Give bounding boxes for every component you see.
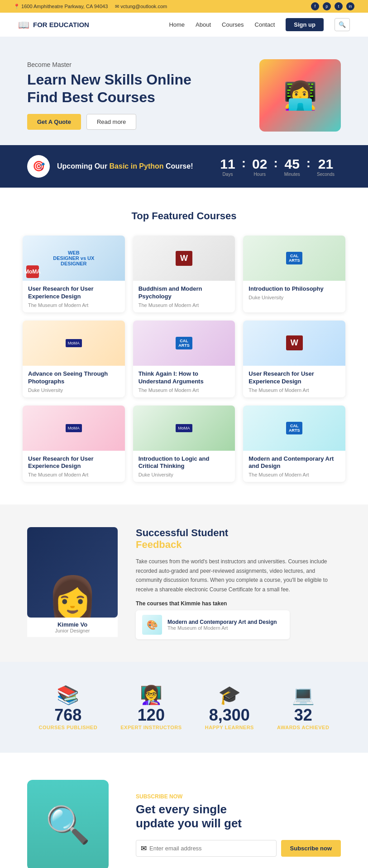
subscribe-image: 🔍 <box>27 780 118 868</box>
stats-section: 📚 768 COURSES PUBLISHED 👩‍🏫 120 EXPERT I… <box>0 662 368 753</box>
stat-learners: 🎓 8,300 HAPPY LEARNERS <box>205 684 254 730</box>
subscribe-button[interactable]: Subscribe now <box>281 840 341 857</box>
hero-image: 👩‍💻 <box>250 59 341 132</box>
facebook-icon[interactable]: f <box>311 2 319 10</box>
hero-buttons: Get A Quote Read more <box>27 114 250 130</box>
subscribe-content: Subscribe now Get every single update yo… <box>136 793 341 856</box>
header: 📖 FOR EDUCATION Home About Courses Conta… <box>0 13 368 37</box>
feedback-heading: Successful Student Feedback <box>136 527 341 551</box>
course-card[interactable]: CALARTS Modern and Contemporary Art and … <box>243 406 345 482</box>
read-more-button[interactable]: Read more <box>86 114 136 130</box>
location-icon: 📍 <box>14 4 20 9</box>
course-thumb-wrapper: CALARTS <box>243 406 345 451</box>
search-button[interactable]: 🔍 <box>335 18 350 31</box>
course-thumbnail: W <box>133 236 235 281</box>
subscribe-form: ✉ Subscribe now <box>136 840 341 857</box>
timer-days: 11 Days <box>214 156 241 177</box>
hero-title: Learn New Skills Online Find Best Course… <box>27 71 250 106</box>
course-card[interactable]: CALARTS Think Again I: How to Understand… <box>133 321 235 397</box>
timer-sep-2: : <box>273 156 277 177</box>
feedback-body: Take courses from the world's best instr… <box>136 557 341 594</box>
twitter-icon[interactable]: t <box>335 2 343 10</box>
timer-minutes: 45 Minutes <box>278 156 306 177</box>
feedback-person-image: 👩 <box>27 527 118 618</box>
stat-awards-label: AWARDS ACHIEVED <box>277 725 329 730</box>
course-info: User Research for User Experience Design… <box>23 451 125 482</box>
course-info: Think Again I: How to Understand Argumen… <box>133 366 235 397</box>
course-info: Introduction to Logic and Critical Think… <box>133 451 235 482</box>
subscribe-illustration: 🔍 <box>27 780 109 868</box>
course-card[interactable]: MoMA Advance on Seeing Through Photograp… <box>23 321 125 397</box>
instagram-icon[interactable]: in <box>346 2 354 10</box>
stat-instructors-icon: 👩‍🏫 <box>120 684 182 706</box>
get-quote-button[interactable]: Get A Quote <box>27 114 81 130</box>
email-form-icon: ✉ <box>141 844 147 853</box>
course-thumb-wrapper: WEBDESIGNER vs UXDESIGNER MoMA <box>23 236 125 281</box>
logo-icon: 📖 <box>18 19 29 30</box>
nav-home[interactable]: Home <box>169 21 185 28</box>
course-thumb-wrapper: CALARTS <box>133 321 235 366</box>
top-bar-social: f p t in <box>311 2 354 10</box>
course-thumb-wrapper: W <box>243 321 345 366</box>
stat-courses-icon: 📚 <box>39 684 98 706</box>
hero-illustration: 👩‍💻 <box>259 59 341 132</box>
course-thumbnail: CALARTS <box>133 321 235 366</box>
course-thumbnail: MoMA <box>23 406 125 451</box>
address-info: 📍 1600 Amphitheatre Parkway, CA 94043 <box>14 4 108 9</box>
email-info: ✉ vctung@outlook.com <box>115 4 167 9</box>
course-thumbnail: W <box>243 321 345 366</box>
stat-courses: 📚 768 COURSES PUBLISHED <box>39 684 98 730</box>
nav-courses[interactable]: Courses <box>222 21 244 28</box>
course-info: Advance on Seeing Through Photographs Du… <box>23 366 125 397</box>
course-card[interactable]: W User Research for User Experience Desi… <box>243 321 345 397</box>
nav-about[interactable]: About <box>196 21 211 28</box>
featured-title: Top Featured Courses <box>23 210 345 222</box>
stat-learners-label: HAPPY LEARNERS <box>205 725 254 730</box>
countdown-left: 🎯 Upcoming Our Basic in Python Course! <box>27 155 193 178</box>
feedback-content: Successful Student Feedback Take courses… <box>136 527 341 639</box>
subscribe-now-label: Subscribe now <box>136 793 341 800</box>
course-card[interactable]: W Buddhism and Modern Psychology The Mus… <box>133 236 235 312</box>
feedback-course-thumb: 🎨 <box>142 615 162 635</box>
course-thumbnail: CALARTS <box>243 236 345 281</box>
course-card[interactable]: MoMA Introduction to Logic and Critical … <box>133 406 235 482</box>
timer-sep-1: : <box>242 156 246 177</box>
feedback-name-badge: Kimmie Vo Junior Designer <box>27 618 118 637</box>
subscribe-title: Get every single update you will get <box>136 802 341 830</box>
signup-button[interactable]: Sign up <box>286 18 324 31</box>
stat-learners-number: 8,300 <box>205 706 254 725</box>
feedback-person-name: Kimmie Vo <box>33 621 112 628</box>
feedback-highlight: Feedback <box>136 539 182 550</box>
feedback-course-card[interactable]: 🎨 Modern and Contemporary Art and Design… <box>136 610 290 639</box>
timer-seconds: 21 Seconds <box>311 156 341 177</box>
course-thumb-wrapper: MoMA <box>23 406 125 451</box>
subscribe-section: 🔍 Subscribe now Get every single update … <box>0 753 368 868</box>
feedback-course-details: Modern and Contemporary Art and Design T… <box>167 619 277 631</box>
subscribe-email-input[interactable] <box>149 840 272 856</box>
course-thumb-wrapper: MoMA <box>133 406 235 451</box>
feedback-courses-label: The courses that Kimmie has taken <box>136 600 341 607</box>
countdown-banner: 🎯 Upcoming Our Basic in Python Course! 1… <box>0 145 368 188</box>
stat-courses-label: COURSES PUBLISHED <box>39 725 98 730</box>
featured-courses-section: Top Featured Courses WEBDESIGNER vs UXDE… <box>0 188 368 505</box>
stat-instructors-label: EXPERT INSTRUCTORS <box>120 725 182 730</box>
stat-learners-icon: 🎓 <box>205 684 254 706</box>
course-thumb-wrapper: CALARTS <box>243 236 345 281</box>
course-info: User Research for User Experience Design… <box>23 281 125 312</box>
pinterest-icon[interactable]: p <box>323 2 331 10</box>
top-bar: 📍 1600 Amphitheatre Parkway, CA 94043 ✉ … <box>0 0 368 13</box>
course-thumbnail: MoMA <box>23 321 125 366</box>
countdown-text: Upcoming Our Basic in Python Course! <box>57 162 193 170</box>
logo[interactable]: 📖 FOR EDUCATION <box>18 19 89 30</box>
stat-awards: 💻 32 AWARDS ACHIEVED <box>277 684 329 730</box>
course-card[interactable]: CALARTS Introduction to Philosophy Duke … <box>243 236 345 312</box>
email-icon: ✉ <box>115 4 119 9</box>
stat-instructors: 👩‍🏫 120 EXPERT INSTRUCTORS <box>120 684 182 730</box>
course-card[interactable]: MoMA User Research for User Experience D… <box>23 406 125 482</box>
timer-hours: 02 Hours <box>246 156 273 177</box>
course-info: Buddhism and Modern Psychology The Museu… <box>133 281 235 312</box>
nav-contact[interactable]: Contact <box>255 21 275 28</box>
course-card[interactable]: WEBDESIGNER vs UXDESIGNER MoMA User Rese… <box>23 236 125 312</box>
feedback-course-provider: The Museum of Modern Art <box>167 625 277 631</box>
courses-grid: WEBDESIGNER vs UXDESIGNER MoMA User Rese… <box>23 236 345 482</box>
